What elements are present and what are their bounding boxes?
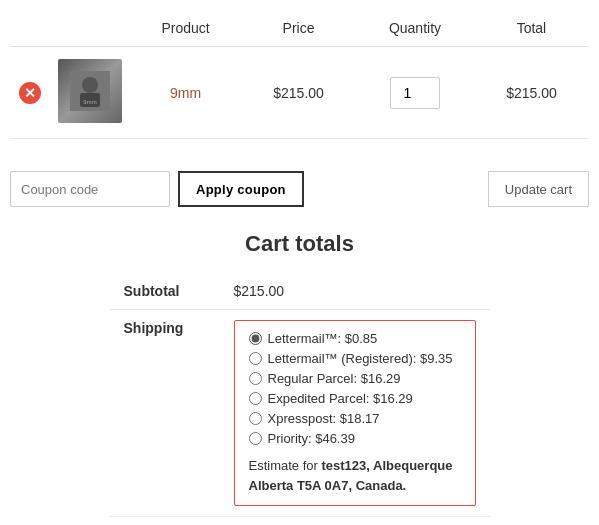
cart-table: Product Price Quantity Total ✕ 9mm [10, 10, 589, 139]
shipping-radio-5[interactable] [249, 412, 262, 425]
shipping-label-1: Lettermail™: $0.85 [268, 331, 378, 346]
shipping-options-box: Lettermail™: $0.85 Lettermail™ (Register… [234, 320, 476, 506]
shipping-option-2: Lettermail™ (Registered): $9.35 [249, 351, 461, 366]
col-quantity: Quantity [356, 10, 474, 47]
apply-coupon-button[interactable]: Apply coupon [178, 171, 304, 207]
table-row: ✕ 9mm 9mm $215.00 [10, 47, 589, 139]
subtotal-label: Subtotal [110, 273, 220, 310]
shipping-radio-6[interactable] [249, 432, 262, 445]
shipping-option-3: Regular Parcel: $16.29 [249, 371, 461, 386]
shipping-label-4: Expedited Parcel: $16.29 [268, 391, 413, 406]
shipping-option-6: Priority: $46.39 [249, 431, 461, 446]
product-image: 9mm [70, 71, 110, 111]
subtotal-row: Subtotal $215.00 [110, 273, 490, 310]
coupon-input[interactable] [10, 171, 170, 207]
shipping-label: Shipping [110, 310, 220, 517]
shipping-radio-2[interactable] [249, 352, 262, 365]
product-name-link[interactable]: 9mm [170, 85, 201, 101]
cart-totals-title: Cart totals [110, 231, 490, 257]
totals-table: Subtotal $215.00 Shipping Lettermail™: $… [110, 273, 490, 517]
shipping-option-1: Lettermail™: $0.85 [249, 331, 461, 346]
col-thumb [50, 10, 130, 47]
cart-totals-section: Cart totals Subtotal $215.00 Shipping Le… [110, 231, 490, 517]
shipping-label-6: Priority: $46.39 [268, 431, 355, 446]
col-price: Price [241, 10, 356, 47]
col-total: Total [474, 10, 589, 47]
remove-item-button[interactable]: ✕ [19, 82, 41, 104]
shipping-estimate: Estimate for test123, Albequerque Albert… [249, 456, 461, 495]
product-price: $215.00 [273, 85, 324, 101]
svg-point-1 [82, 77, 98, 93]
product-total: $215.00 [506, 85, 557, 101]
col-remove [10, 10, 50, 47]
product-thumbnail: 9mm [58, 59, 122, 123]
update-cart-button[interactable]: Update cart [488, 171, 589, 207]
subtotal-value: $215.00 [220, 273, 490, 310]
quantity-input[interactable] [390, 77, 440, 109]
shipping-label-5: Xpresspost: $18.17 [268, 411, 380, 426]
shipping-row: Shipping Lettermail™: $0.85 Lettermail™ … [110, 310, 490, 517]
coupon-area: Apply coupon [10, 171, 304, 207]
shipping-radio-3[interactable] [249, 372, 262, 385]
shipping-radio-1[interactable] [249, 332, 262, 345]
shipping-label-3: Regular Parcel: $16.29 [268, 371, 401, 386]
shipping-option-5: Xpresspost: $18.17 [249, 411, 461, 426]
shipping-label-2: Lettermail™ (Registered): $9.35 [268, 351, 453, 366]
cart-actions: Apply coupon Update cart [10, 159, 589, 231]
estimate-text: Estimate for [249, 458, 318, 473]
col-product: Product [130, 10, 241, 47]
shipping-radio-4[interactable] [249, 392, 262, 405]
shipping-option-4: Expedited Parcel: $16.29 [249, 391, 461, 406]
svg-text:9mm: 9mm [83, 99, 96, 105]
